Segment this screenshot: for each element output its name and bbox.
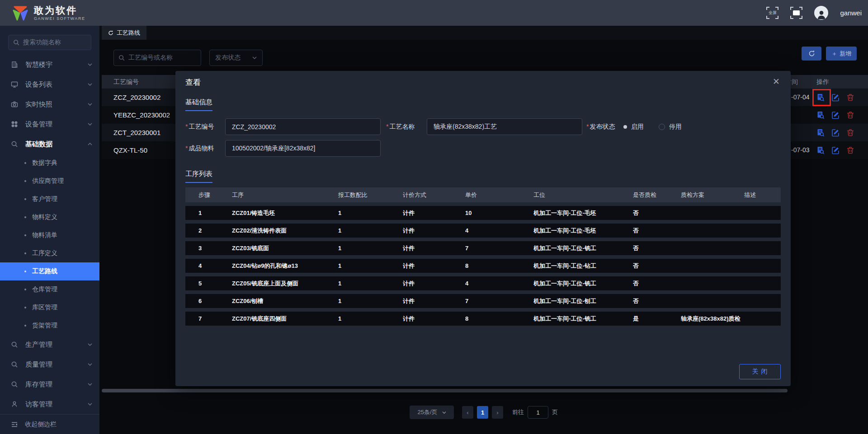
delete-button[interactable]	[846, 93, 854, 102]
steps-cell: 1	[338, 245, 403, 252]
horizontal-scrollbar[interactable]	[102, 389, 788, 392]
steps-cell: ZCZ06/刨槽	[232, 297, 338, 305]
time-cell: -07-04	[791, 89, 809, 106]
app-screen: 敢为软件 GANWEI SOFTWARE 全屏 ganwei	[0, 0, 868, 434]
sidebar-item-smart-building[interactable]: 智慧楼宇	[0, 55, 99, 75]
sidebar-item-device-management[interactable]: 设备管理	[0, 114, 99, 134]
steps-cell: 轴承座(82x38x82)质检	[681, 315, 744, 323]
edit-button[interactable]	[831, 146, 840, 154]
steps-cell: 否	[633, 209, 681, 217]
chevron-down-icon	[88, 363, 92, 366]
sidebar-subitem-data-dictionary[interactable]: 数据字典	[0, 154, 99, 172]
sidebar-item-basic-data[interactable]: 基础数据	[0, 134, 99, 154]
edit-button[interactable]	[831, 93, 840, 102]
sidebar-item-production-management[interactable]: 生产管理	[0, 335, 99, 355]
edit-button[interactable]	[831, 111, 840, 119]
chevron-down-icon	[88, 63, 92, 66]
sidebar-item-inventory-management[interactable]: 库存管理	[0, 374, 99, 394]
steps-cell: 1	[338, 280, 403, 287]
page-unit-label: 页	[552, 408, 558, 416]
steps-cell: 机加工一车间-工位-铣工	[533, 244, 633, 252]
sidebar-subitem-process-route[interactable]: 工艺路线	[0, 262, 99, 280]
finished-material-field[interactable]: 100502002/轴承座[82x38x82]	[225, 140, 381, 157]
process-name-field[interactable]: 轴承座(82x38x82)工艺	[427, 118, 582, 135]
steps-cell: 1	[338, 227, 403, 234]
ganwei-logo-icon	[12, 5, 29, 21]
page-size-select[interactable]: 25条/页	[410, 406, 454, 419]
basic-info-row-2: 成品物料 100502002/轴承座[82x38x82]	[185, 140, 381, 157]
view-doc-icon	[816, 129, 825, 137]
steps-header-cell: 工序	[232, 191, 338, 199]
sidebar-subitem-material-definition[interactable]: 物料定义	[0, 208, 99, 226]
sidebar-item-device-list[interactable]: 设备列表	[0, 75, 99, 94]
steps-cell: 4	[465, 227, 533, 234]
annotation-highlight-box	[812, 89, 831, 106]
publish-status-label: 发布状态	[586, 123, 623, 131]
avatar[interactable]	[814, 6, 828, 20]
chevron-down-icon	[88, 343, 92, 346]
steps-cell: 否	[633, 227, 681, 235]
delete-button[interactable]	[846, 129, 854, 137]
steps-cell: 7	[465, 298, 533, 304]
radio-enabled-label: 启用	[631, 123, 644, 131]
trash-icon	[846, 111, 854, 119]
close-button[interactable]: 关 闭	[739, 364, 781, 379]
fullscreen-icon[interactable]	[790, 7, 802, 19]
radio-disabled-unchecked[interactable]	[659, 124, 665, 130]
sidebar-subitem-process-definition[interactable]: 工序定义	[0, 244, 99, 262]
sidebar-item-realtime-snapshot[interactable]: 实时快照	[0, 94, 99, 114]
brand-subtitle: GANWEI SOFTWARE	[34, 17, 85, 21]
view-button[interactable]	[816, 129, 825, 137]
next-page-button[interactable]: ›	[492, 406, 503, 419]
brand: 敢为软件 GANWEI SOFTWARE	[12, 5, 85, 21]
view-dialog: 查看 ✕ 基础信息 工艺编号 ZCZ_20230002 工艺名称 轴承座(82x…	[175, 71, 791, 386]
prev-page-button[interactable]: ‹	[462, 406, 473, 419]
trash-icon	[846, 146, 854, 154]
view-button[interactable]	[816, 146, 825, 154]
steps-cell: 机加工一车间-工位-毛坯	[533, 227, 633, 235]
steps-cell: 计件	[403, 244, 465, 252]
steps-row: 5ZCZ05/铣底座上面及侧面1计件4机加工一车间-工位-铣工否	[185, 276, 781, 290]
time-cell: -07-03	[791, 141, 809, 159]
sidebar-subitem-warehouse-management[interactable]: 仓库管理	[0, 280, 99, 299]
sidebar-item-quality-management[interactable]: 质量管理	[0, 355, 99, 374]
steps-row: 2ZCZ02/清洗铸件表面1计件4机加工一车间-工位-毛坯否	[185, 224, 781, 238]
goto-page-input[interactable]: 1	[528, 406, 548, 419]
goto-label: 前往	[512, 408, 524, 416]
sidebar-item-visitor-management[interactable]: 访客管理	[0, 394, 99, 414]
steps-cell: 3	[198, 245, 232, 252]
process-code-cell: ZCT_20230001	[113, 124, 160, 141]
steps-cell: 2	[198, 227, 232, 234]
sidebar-search-input[interactable]: 搜索功能名称	[8, 35, 91, 50]
steps-header-cell: 步骤	[198, 191, 232, 199]
username[interactable]: ganwei	[840, 9, 862, 17]
magnifier-icon	[11, 381, 19, 388]
steps-cell: 计件	[403, 227, 465, 235]
delete-button[interactable]	[846, 111, 854, 119]
radio-enabled-checked[interactable]	[623, 125, 627, 129]
fullscreen-text-icon[interactable]: 全屏	[766, 7, 778, 19]
sidebar-subitem-storage-area-management[interactable]: 库区管理	[0, 299, 99, 317]
sidebar-collapse-button[interactable]: 收起侧边栏	[0, 414, 99, 434]
view-button[interactable]	[816, 111, 825, 119]
edit-button[interactable]	[831, 129, 840, 137]
chevron-down-icon	[88, 402, 92, 406]
sidebar-subitem-bom[interactable]: 物料清单	[0, 226, 99, 244]
steps-cell: ZCZ07/铣底座四侧面	[232, 315, 338, 323]
delete-button[interactable]	[846, 146, 854, 154]
current-page-button[interactable]: 1	[477, 406, 488, 419]
edit-icon	[831, 93, 840, 102]
sidebar-subitem-shelf-management[interactable]: 货架管理	[0, 317, 99, 335]
steps-cell: 计件	[403, 280, 465, 288]
close-icon[interactable]: ✕	[773, 77, 780, 86]
trash-icon	[846, 129, 854, 137]
steps-row: 3ZCZ03/铣底面1计件7机加工一车间-工位-铣工否	[185, 241, 781, 255]
steps-cell: 是	[633, 315, 681, 323]
steps-cell: 10	[465, 210, 533, 216]
radio-disabled-label: 停用	[669, 123, 682, 131]
chevron-down-icon	[88, 122, 92, 126]
sidebar-subitem-customer-management[interactable]: 客户管理	[0, 190, 99, 208]
edit-icon	[831, 111, 840, 119]
sidebar-subitem-supplier-management[interactable]: 供应商管理	[0, 172, 99, 190]
process-code-field[interactable]: ZCZ_20230002	[225, 118, 381, 135]
